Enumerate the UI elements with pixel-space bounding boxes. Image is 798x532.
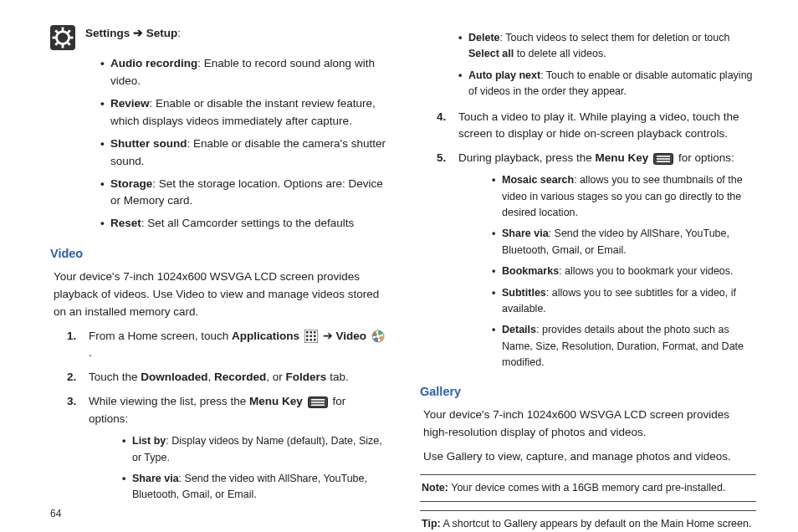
svg-rect-29 <box>657 161 670 162</box>
settings-path: Settings ➔ Setup: <box>85 25 181 43</box>
step-3: While viewing the list, press the Menu K… <box>67 393 386 503</box>
step3-sublist: List by: Display videos by Name (default… <box>89 433 386 504</box>
video-steps-cont: Touch a video to play it. While playing … <box>420 109 756 371</box>
svg-rect-19 <box>314 339 316 341</box>
video-intro: Your device's 7-inch 1024x600 WSVGA LCD … <box>50 269 386 321</box>
menu-key-icon <box>653 153 673 165</box>
menu-key-icon <box>308 396 328 408</box>
list-item: Bookmarks: allows you to bookmark your v… <box>492 263 756 279</box>
tip-label: Tip: <box>422 518 441 529</box>
right-column: Delete: Touch videos to select them for … <box>420 25 756 515</box>
settings-item: Storage: Set the storage location. Optio… <box>100 176 386 211</box>
svg-rect-14 <box>306 335 309 337</box>
video-heading: Video <box>50 244 386 263</box>
svg-rect-17 <box>306 339 309 341</box>
left-column: Settings ➔ Setup: Audio recording: Enabl… <box>50 25 386 515</box>
settings-item: Audio recording: Enable to record sound … <box>100 55 386 90</box>
svg-rect-27 <box>657 156 670 157</box>
list-item: Auto play next: Touch to enable or disab… <box>458 68 756 100</box>
tip-text: A shortcut to Gallery appears by default… <box>441 518 752 529</box>
step-1: From a Home screen, touch Applications ➔… <box>67 328 386 363</box>
list-item: Share via: Send the video with AllShare,… <box>122 471 386 504</box>
list-item: List by: Display videos by Name (default… <box>122 433 386 466</box>
setup-label: Setup <box>146 27 178 39</box>
svg-rect-23 <box>311 399 325 401</box>
svg-rect-18 <box>309 339 312 341</box>
step-5: During playback, press the Menu Key for … <box>437 150 756 371</box>
video-steps: From a Home screen, touch Applications ➔… <box>50 328 386 504</box>
list-item: Share via: Send the video by AllShare, Y… <box>492 226 756 258</box>
step-4: Touch a video to play it. While playing … <box>437 109 756 144</box>
list-item: Details: provides details about the phot… <box>492 322 756 371</box>
arrow-icon: ➔ <box>133 27 143 39</box>
svg-rect-28 <box>657 158 670 160</box>
step3-sublist-cont: Delete: Touch videos to select them for … <box>420 30 756 100</box>
svg-point-21 <box>376 335 380 338</box>
list-item: Subtitles: allows you to see subtitles f… <box>492 285 756 318</box>
note-label: Note: <box>422 482 448 494</box>
gear-icon <box>50 25 75 50</box>
video-pinwheel-icon <box>371 330 385 343</box>
svg-rect-15 <box>309 335 312 337</box>
step5-sublist: Mosaic search: allows you to see thumbna… <box>458 172 756 371</box>
gallery-p2: Use Gallery to view, capture, and manage… <box>420 448 756 466</box>
tip-box: Tip: A shortcut to Gallery appears by de… <box>420 510 756 532</box>
settings-list: Audio recording: Enable to record sound … <box>50 55 386 233</box>
svg-rect-13 <box>314 331 316 334</box>
settings-item: Review: Enable or disable the instant re… <box>100 95 386 130</box>
settings-item: Reset: Set all Camcorder settings to the… <box>100 215 386 233</box>
svg-rect-24 <box>311 402 325 403</box>
list-item: Delete: Touch videos to select them for … <box>458 30 756 63</box>
step-2: Touch the Downloaded, Recorded, or Folde… <box>67 369 386 386</box>
settings-label: Settings <box>85 27 130 39</box>
settings-item: Shutter sound: Enable or disable the cam… <box>100 136 386 171</box>
note-text: Your device comes with a 16GB memory car… <box>448 482 725 494</box>
settings-path-row: Settings ➔ Setup: <box>50 25 386 50</box>
svg-rect-25 <box>311 404 325 406</box>
svg-rect-12 <box>309 331 312 334</box>
apps-grid-icon <box>304 330 318 343</box>
gallery-p1: Your device's 7-inch 1024x600 WSVGA LCD … <box>420 407 756 442</box>
note-box: Note: Your device comes with a 16GB memo… <box>420 474 756 502</box>
page-number: 64 <box>50 508 61 519</box>
list-item: Mosaic search: allows you to see thumbna… <box>492 172 756 221</box>
gallery-heading: Gallery <box>420 382 756 401</box>
svg-rect-16 <box>314 335 316 337</box>
svg-rect-11 <box>306 331 309 334</box>
